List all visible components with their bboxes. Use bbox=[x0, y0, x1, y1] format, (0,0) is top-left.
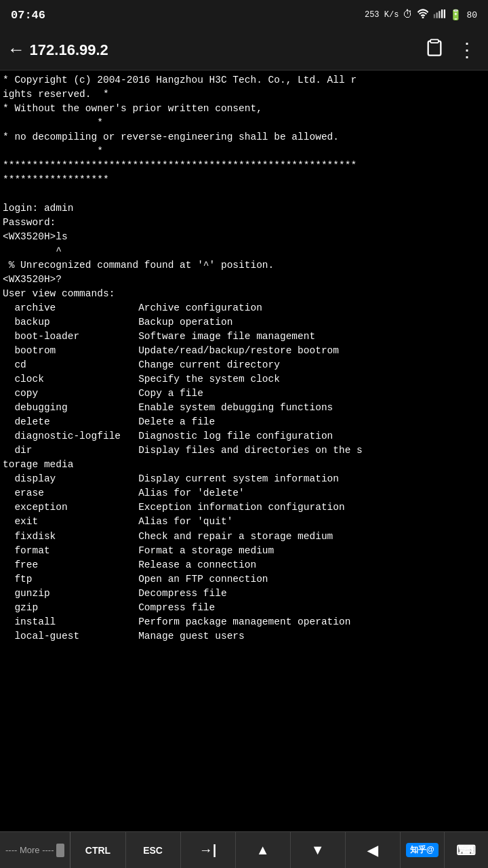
keyboard-button[interactable]: ⌨ bbox=[445, 832, 488, 868]
terminal-text: * Copyright (c) 2004-2016 Hangzhou H3C T… bbox=[3, 73, 485, 644]
esc-button[interactable]: ESC bbox=[126, 832, 181, 868]
network-speed: 253 K/s bbox=[365, 10, 399, 20]
svg-rect-8 bbox=[430, 39, 439, 43]
wifi-icon bbox=[417, 9, 429, 22]
title-bar: ← 172.16.99.2 ⋮ bbox=[0, 30, 488, 71]
svg-rect-1 bbox=[434, 14, 435, 18]
back-nav-button[interactable]: ◀ bbox=[346, 832, 401, 868]
up-button[interactable]: ▲ bbox=[236, 832, 291, 868]
back-button[interactable]: ← bbox=[11, 40, 22, 60]
zhihu-button[interactable]: 知乎@ bbox=[401, 832, 445, 868]
connection-address: 172.16.99.2 bbox=[30, 41, 425, 59]
down-button[interactable]: ▼ bbox=[291, 832, 346, 868]
svg-rect-3 bbox=[439, 11, 441, 18]
signal-icon bbox=[433, 9, 445, 22]
status-right: 253 K/s ⏱ 🔋 80 bbox=[365, 9, 477, 22]
bottom-toolbar: ---- More ---- CTRL ESC →| ▲ ▼ ◀ 知乎@ ⌨ bbox=[0, 831, 488, 868]
svg-rect-2 bbox=[436, 12, 438, 18]
battery-icon: 🔋 bbox=[449, 9, 462, 22]
more-indicator: ---- More ---- bbox=[0, 832, 70, 868]
clock-icon: ⏱ bbox=[403, 9, 413, 21]
ctrl-button[interactable]: CTRL bbox=[70, 832, 125, 868]
status-time: 07:46 bbox=[11, 9, 45, 22]
clipboard-button[interactable] bbox=[425, 38, 444, 62]
svg-rect-4 bbox=[441, 9, 443, 18]
svg-rect-5 bbox=[444, 9, 445, 18]
more-menu-button[interactable]: ⋮ bbox=[458, 39, 477, 62]
svg-point-0 bbox=[422, 16, 424, 18]
terminal-output: * Copyright (c) 2004-2016 Hangzhou H3C T… bbox=[0, 71, 488, 646]
battery-level: 80 bbox=[466, 10, 477, 20]
tab-button[interactable]: →| bbox=[181, 832, 236, 868]
status-bar: 07:46 253 K/s ⏱ 🔋 80 bbox=[0, 0, 488, 30]
title-actions: ⋮ bbox=[425, 38, 477, 62]
